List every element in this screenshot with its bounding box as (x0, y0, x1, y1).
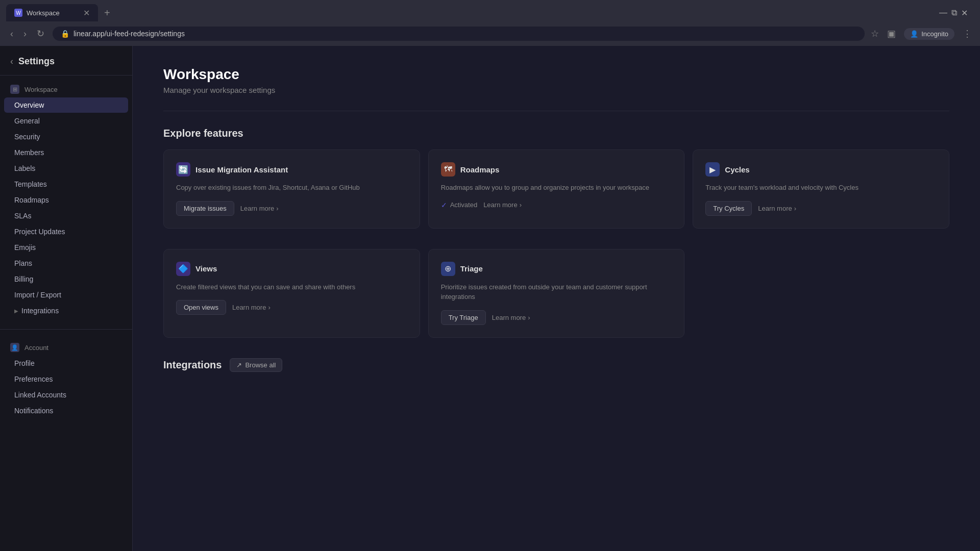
chevron-right-icon: › (276, 205, 278, 212)
external-link-icon: ↗ (236, 361, 242, 369)
incognito-icon: 👤 (910, 30, 918, 38)
chevron-right-icon: › (520, 201, 522, 209)
sidebar-item-plans[interactable]: Plans (4, 256, 128, 271)
app-layout: ‹ Settings ⊞ Workspace Overview General … (0, 46, 980, 551)
try-cycles-button[interactable]: Try Cycles (705, 201, 752, 216)
sidebar-item-roadmaps[interactable]: Roadmaps (4, 192, 128, 208)
cycles-actions: Try Cycles Learn more › (705, 201, 937, 216)
learn-more-roadmaps-button[interactable]: Learn more › (483, 201, 522, 209)
roadmaps-header: 🗺 Roadmaps (441, 162, 672, 177)
close-window-button[interactable]: ✕ (961, 8, 968, 18)
open-views-button[interactable]: Open views (176, 300, 226, 315)
feature-card-migration: 🔄 Issue Migration Assistant Copy over ex… (163, 149, 420, 229)
sidebar-back-button[interactable]: ‹ (10, 56, 13, 67)
sidebar-item-linked-accounts[interactable]: Linked Accounts (4, 387, 128, 403)
roadmaps-desc: Roadmaps allow you to group and organize… (441, 183, 672, 193)
try-triage-button[interactable]: Try Triage (441, 310, 486, 325)
tab-favicon: W (14, 9, 22, 17)
main-content: Workspace Manage your workspace settings… (133, 46, 980, 551)
learn-more-triage-button[interactable]: Learn more › (492, 314, 530, 321)
sidebar-header: ‹ Settings (0, 46, 132, 76)
account-icon: 👤 (10, 343, 19, 352)
workspace-section-header: ⊞ Workspace (0, 82, 132, 97)
empty-grid-cell (693, 249, 949, 338)
browse-all-label: Browse all (245, 361, 276, 369)
workspace-section: ⊞ Workspace Overview General Security Me… (0, 76, 132, 325)
learn-more-migration-button[interactable]: Learn more › (240, 205, 279, 212)
reload-button[interactable]: ↻ (35, 26, 46, 41)
cycles-icon: ▶ (705, 162, 720, 177)
sidebar-item-preferences[interactable]: Preferences (4, 371, 128, 387)
window-controls: — ⧉ ✕ (939, 8, 974, 18)
account-section-header: 👤 Account (0, 340, 132, 355)
sidebar-item-project-updates[interactable]: Project Updates (4, 224, 128, 239)
back-nav-button[interactable]: ‹ (8, 27, 15, 41)
migration-actions: Migrate issues Learn more › (176, 201, 407, 216)
active-tab[interactable]: W Workspace ✕ (6, 4, 98, 21)
sidebar-item-integrations[interactable]: Integrations (4, 303, 128, 318)
views-desc: Create filtered views that you can save … (176, 282, 407, 292)
triage-header: ⊕ Triage (441, 262, 672, 276)
migration-desc: Copy over existing issues from Jira, Sho… (176, 183, 407, 193)
title-divider (163, 111, 949, 111)
sidebar-item-import-export[interactable]: Import / Export (4, 287, 128, 303)
feature-card-cycles: ▶ Cycles Track your team's workload and … (693, 149, 949, 229)
url-text: linear.app/ui-feed-redesign/settings (74, 30, 185, 38)
sidebar-item-templates[interactable]: Templates (4, 177, 128, 192)
triage-actions: Try Triage Learn more › (441, 310, 672, 325)
feature-card-roadmaps: 🗺 Roadmaps Roadmaps allow you to group a… (428, 149, 685, 229)
new-tab-button[interactable]: + (100, 5, 114, 21)
features-top-grid: 🔄 Issue Migration Assistant Copy over ex… (163, 149, 949, 229)
integrations-section-header: Integrations ↗ Browse all (163, 358, 949, 372)
roadmaps-activated-status: ✓ Activated (441, 201, 477, 209)
incognito-button[interactable]: 👤 Incognito (904, 28, 954, 40)
sidebar-item-notifications[interactable]: Notifications (4, 403, 128, 418)
feature-card-views: 🔷 Views Create filtered views that you c… (163, 249, 420, 338)
sidebar-item-security[interactable]: Security (4, 129, 128, 144)
learn-more-views-button[interactable]: Learn more › (232, 304, 271, 311)
minimize-button[interactable]: — (939, 8, 947, 17)
migration-header: 🔄 Issue Migration Assistant (176, 162, 407, 177)
sidebar-toggle-icon[interactable]: ▣ (887, 28, 896, 39)
sidebar-item-members[interactable]: Members (4, 145, 128, 160)
chevron-right-icon: › (794, 205, 796, 212)
url-input[interactable]: 🔒 linear.app/ui-feed-redesign/settings (53, 27, 865, 41)
sidebar-item-slas[interactable]: SLAs (4, 208, 128, 223)
explore-features-title: Explore features (163, 128, 949, 139)
chevron-right-icon: › (528, 314, 530, 321)
menu-icon[interactable]: ⋮ (963, 28, 972, 39)
sidebar-item-labels[interactable]: Labels (4, 161, 128, 176)
maximize-button[interactable]: ⧉ (951, 8, 957, 17)
chevron-right-icon: › (268, 304, 270, 311)
features-bottom-grid: 🔷 Views Create filtered views that you c… (163, 249, 949, 338)
migration-name: Issue Migration Assistant (195, 165, 288, 174)
migrate-issues-button[interactable]: Migrate issues (176, 201, 234, 216)
sidebar-item-overview[interactable]: Overview (4, 97, 128, 113)
sidebar-divider (0, 329, 132, 330)
browser-actions: ☆ ▣ 👤 Incognito ⋮ (871, 28, 972, 40)
address-bar: ‹ › ↻ 🔒 linear.app/ui-feed-redesign/sett… (0, 21, 980, 46)
views-actions: Open views Learn more › (176, 300, 407, 315)
sidebar-item-emojis[interactable]: Emojis (4, 240, 128, 255)
forward-nav-button[interactable]: › (21, 27, 29, 41)
browse-all-button[interactable]: ↗ Browse all (230, 358, 282, 372)
cycles-name: Cycles (725, 165, 749, 174)
learn-more-cycles-button[interactable]: Learn more › (758, 205, 796, 212)
bookmark-icon[interactable]: ☆ (871, 28, 879, 39)
feature-card-triage: ⊕ Triage Prioritize issues created from … (428, 249, 685, 338)
page-subtitle: Manage your workspace settings (163, 86, 949, 94)
workspace-icon: ⊞ (10, 85, 19, 94)
tab-title: Workspace (27, 9, 60, 17)
sidebar-item-general[interactable]: General (4, 113, 128, 129)
account-section: 👤 Account Profile Preferences Linked Acc… (0, 334, 132, 425)
cycles-header: ▶ Cycles (705, 162, 937, 177)
views-header: 🔷 Views (176, 262, 407, 276)
sidebar-title: Settings (18, 56, 55, 67)
sidebar: ‹ Settings ⊞ Workspace Overview General … (0, 46, 133, 551)
tab-close-button[interactable]: ✕ (83, 8, 90, 18)
sidebar-item-profile[interactable]: Profile (4, 356, 128, 371)
triage-icon: ⊕ (441, 262, 455, 276)
triage-desc: Prioritize issues created from outside y… (441, 282, 672, 302)
sidebar-item-billing[interactable]: Billing (4, 271, 128, 287)
workspace-section-label: Workspace (24, 86, 58, 93)
